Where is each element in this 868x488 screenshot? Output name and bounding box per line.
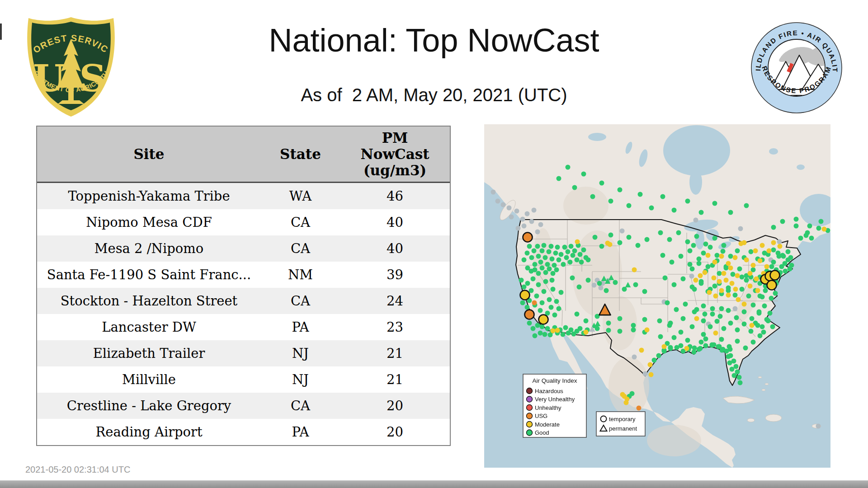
site-dot-nodata: [535, 230, 540, 235]
site-dot-good: [631, 323, 636, 328]
pm-nowcast-cell: 20: [340, 419, 450, 445]
site-dot-good: [688, 249, 693, 253]
site-dot-good: [771, 248, 776, 253]
table-row: Mesa 2 /NipomoCA40: [37, 235, 450, 262]
site-dot-good: [728, 321, 733, 326]
site-dot-moderate: [735, 273, 740, 278]
site-dot-good: [604, 288, 609, 293]
legend-swatch-icon: [527, 413, 533, 419]
site-dot-good: [773, 291, 778, 296]
site-dot-good: [744, 203, 749, 208]
site-dot-good: [555, 245, 560, 250]
site-dot-good: [536, 254, 541, 259]
site-dot-good: [703, 242, 708, 247]
pm-nowcast-cell: 40: [340, 235, 450, 262]
site-dot-good: [575, 258, 580, 263]
top-site-marker-usg: [523, 233, 533, 242]
aqi-legend: Air Quality Index HazardousVery Unhealth…: [523, 374, 586, 437]
site-dot-nodata: [643, 371, 648, 376]
site-dot-good: [710, 312, 715, 317]
site-dot-good: [760, 324, 765, 329]
site-dot-moderate: [754, 277, 759, 282]
site-dot-good: [527, 321, 532, 326]
site-dot-good: [579, 260, 584, 265]
state-cell: NM: [261, 262, 340, 288]
site-dot-good: [737, 375, 742, 380]
state-cell: NJ: [261, 366, 340, 393]
site-dot-good: [657, 319, 662, 324]
site-dot-good: [781, 254, 786, 259]
site-dot-nodata: [522, 224, 527, 229]
site-dot-good: [734, 364, 739, 369]
site-dot-moderate: [639, 348, 644, 353]
site-dot-good: [649, 206, 654, 211]
site-dot-moderate: [753, 249, 758, 253]
site-cell: Millville: [37, 366, 261, 393]
site-dot-good: [658, 334, 663, 339]
site-dot-good: [549, 305, 554, 310]
site-dot-good: [618, 240, 623, 245]
pm-nowcast-cell: 39: [340, 262, 450, 288]
bottom-window-edge: [0, 480, 868, 488]
site-dot-good: [674, 307, 679, 312]
site-dot-good: [819, 219, 824, 224]
site-dot-good: [694, 307, 699, 312]
generated-timestamp: 2021-05-20 02:31:04 UTC: [25, 465, 130, 475]
site-dot-good: [578, 326, 583, 331]
site-dot-moderate: [648, 362, 653, 367]
site-dot-good: [519, 278, 524, 283]
site-dot-good: [631, 328, 636, 333]
site-dot-nodata: [620, 229, 625, 234]
site-dot-nodata: [532, 208, 537, 213]
top-site-marker-moderate: [539, 315, 548, 324]
site-dot-good: [744, 278, 749, 283]
site-dot-good: [562, 245, 567, 250]
site-dot-good: [627, 235, 632, 240]
site-dot-good: [630, 391, 635, 396]
site-dot-good: [566, 165, 571, 170]
site-dot-good: [715, 319, 720, 324]
legend-label: Moderate: [535, 421, 560, 428]
site-dot-good: [569, 244, 574, 249]
site-dot-moderate: [742, 302, 747, 307]
site-dot-moderate: [728, 266, 733, 271]
site-dot-good: [701, 319, 706, 324]
site-dot-moderate: [764, 264, 769, 269]
site-dot-good: [816, 226, 821, 231]
pm-nowcast-cell: 21: [340, 340, 450, 366]
wfaqrp-logo-graphic: WILDLAND FIRE • AIR QUALITY RESPONSE PRO…: [745, 16, 848, 119]
site-dot-good: [627, 203, 632, 208]
site-dot-good: [698, 346, 703, 351]
site-dot-moderate: [713, 331, 718, 336]
site-dot-good: [740, 275, 745, 280]
site-dot-good: [642, 317, 647, 322]
site-dot-good: [540, 324, 545, 329]
site-dot-good: [575, 312, 580, 317]
site-dot-moderate: [712, 276, 717, 281]
site-dot-good: [525, 251, 530, 256]
top-site-marker-moderate: [770, 271, 780, 280]
site-dot-good: [733, 293, 738, 298]
site-dot-good: [751, 340, 756, 345]
site-dot-good: [542, 332, 547, 337]
site-dot-nodata: [689, 274, 694, 279]
site-dot-good: [638, 192, 643, 197]
site-dot-good: [667, 237, 672, 242]
site-dot-good: [535, 244, 540, 249]
table-row: MillvilleNJ21: [37, 366, 450, 393]
site-dot-good: [549, 244, 554, 249]
site-dot-good: [660, 253, 665, 258]
site-dot-good: [545, 326, 550, 331]
site-dot-good: [551, 271, 556, 276]
site-dot-nodata: [592, 283, 597, 288]
site-dot-good: [559, 290, 564, 295]
site-dot-good: [685, 338, 690, 343]
site-cell: Stockton - Hazelton Street: [37, 288, 261, 314]
site-dot-good: [809, 236, 814, 241]
site-dot-good: [757, 310, 762, 314]
site-dot-good: [529, 288, 534, 293]
site-cell: Lancaster DW: [37, 314, 261, 340]
site-dot-good: [672, 208, 677, 213]
site-dot-good: [636, 243, 641, 248]
site-dot-good: [769, 296, 774, 301]
